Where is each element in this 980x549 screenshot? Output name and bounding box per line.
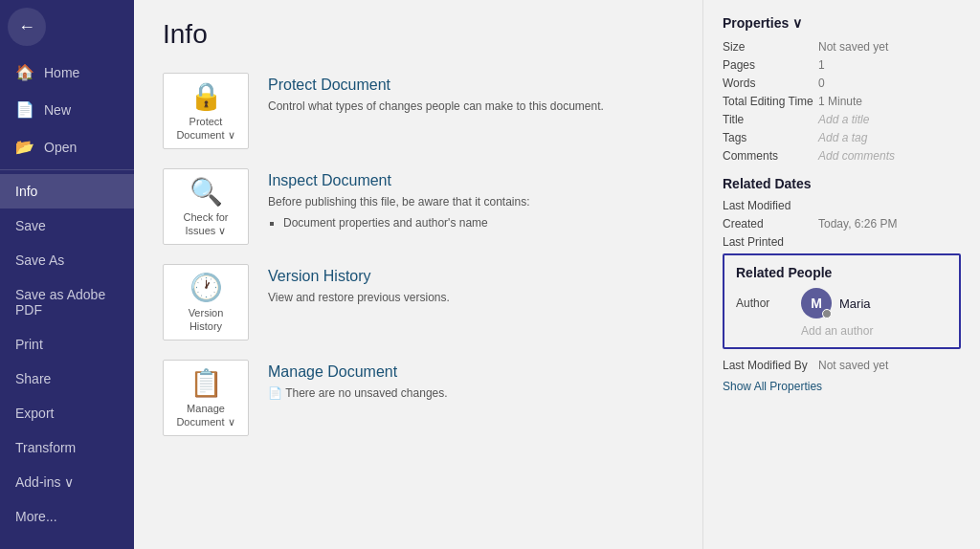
- prop-comments: Comments Add comments: [723, 149, 961, 163]
- open-icon: 📂: [15, 138, 34, 156]
- date-value-last-printed: [818, 235, 961, 249]
- sidebar-label-new: New: [44, 102, 71, 118]
- add-author-link[interactable]: Add an author: [801, 324, 947, 338]
- prop-value-tags[interactable]: Add a tag: [818, 131, 961, 144]
- center-panel: Info 🔒 ProtectDocument ∨ Protect Documen…: [134, 0, 702, 549]
- new-icon: 📄: [15, 100, 34, 119]
- author-name: Maria: [839, 296, 871, 311]
- inspect-card: 🔍 Check forIssues ∨ Inspect Document Bef…: [163, 168, 674, 245]
- protect-title: Protect Document: [268, 77, 674, 94]
- inspect-desc: Before publishing this file, be aware th…: [268, 193, 674, 231]
- main-content: Info 🔒 ProtectDocument ∨ Protect Documen…: [134, 0, 980, 549]
- sidebar-item-save-adobe[interactable]: Save as Adobe PDF: [0, 277, 134, 327]
- prop-value-editing-time: 1 Minute: [818, 95, 961, 108]
- prop-value-size: Not saved yet: [818, 40, 961, 54]
- sidebar-label-share: Share: [15, 371, 51, 386]
- manage-icon: 📋: [189, 367, 223, 399]
- last-modified-by-row: Last Modified By Not saved yet: [723, 359, 961, 372]
- sidebar-item-add-ins[interactable]: Add-ins ∨: [0, 465, 134, 499]
- inspect-bullet-1: Document properties and author's name: [283, 214, 674, 231]
- prop-label-comments: Comments: [723, 149, 818, 163]
- sidebar-label-save-as: Save As: [15, 253, 64, 268]
- sidebar-item-home[interactable]: 🏠 Home: [0, 54, 134, 91]
- prop-size: Size Not saved yet: [723, 40, 961, 54]
- last-modified-by-value: Not saved yet: [818, 359, 888, 372]
- sidebar-divider: [0, 169, 134, 170]
- author-row: Author M Maria: [736, 288, 947, 318]
- prop-label-title: Title: [723, 113, 818, 126]
- protect-icon-label: ProtectDocument ∨: [176, 116, 234, 141]
- prop-label-tags: Tags: [723, 131, 818, 144]
- prop-tags: Tags Add a tag: [723, 131, 961, 144]
- related-people-header: Related People: [736, 265, 947, 280]
- sidebar-item-open[interactable]: 📂 Open: [0, 128, 134, 165]
- sidebar-label-export: Export: [15, 406, 54, 421]
- sidebar-item-export[interactable]: Export: [0, 396, 134, 430]
- version-title: Version History: [268, 268, 674, 285]
- prop-value-title[interactable]: Add a title: [818, 113, 961, 126]
- prop-title: Title Add a title: [723, 113, 961, 126]
- last-modified-by-label: Last Modified By: [723, 359, 818, 372]
- inspect-content: Inspect Document Before publishing this …: [268, 168, 674, 231]
- properties-header: Properties ∨: [723, 15, 961, 31]
- version-icon-box[interactable]: 🕐 VersionHistory: [163, 264, 249, 340]
- prop-pages: Pages 1: [723, 58, 961, 72]
- sidebar-label-transform: Transform: [15, 440, 76, 455]
- protect-content: Protect Document Control what types of c…: [268, 73, 674, 115]
- show-all-properties-link[interactable]: Show All Properties: [723, 380, 822, 393]
- sidebar-label-save-adobe: Save as Adobe PDF: [15, 287, 119, 318]
- protect-icon: 🔒: [189, 80, 223, 112]
- sidebar-item-print[interactable]: Print: [0, 327, 134, 362]
- date-label-created: Created: [723, 217, 818, 231]
- version-content: Version History View and restore previou…: [268, 264, 674, 306]
- sidebar-item-save[interactable]: Save: [0, 209, 134, 243]
- date-value-created: Today, 6:26 PM: [818, 217, 961, 231]
- avatar-status: [822, 309, 832, 318]
- manage-card: 📋 ManageDocument ∨ Manage Document 📄 The…: [163, 360, 674, 436]
- sidebar-item-transform[interactable]: Transform: [0, 430, 134, 465]
- sidebar-label-print: Print: [15, 337, 43, 352]
- prop-value-pages: 1: [818, 58, 961, 72]
- sidebar-label-open: Open: [44, 140, 77, 155]
- inspect-icon: 🔍: [189, 176, 223, 208]
- manage-icon-box[interactable]: 📋 ManageDocument ∨: [163, 360, 249, 436]
- date-label-last-printed: Last Printed: [723, 235, 818, 249]
- version-card: 🕐 VersionHistory Version History View an…: [163, 264, 674, 340]
- date-last-printed: Last Printed: [723, 235, 961, 249]
- sidebar-item-save-as[interactable]: Save As: [0, 243, 134, 277]
- related-dates-header: Related Dates: [723, 176, 961, 191]
- back-button[interactable]: ←: [8, 8, 46, 46]
- sidebar-item-more[interactable]: More...: [0, 499, 134, 534]
- sidebar-item-info[interactable]: Info: [0, 174, 134, 209]
- inspect-icon-box[interactable]: 🔍 Check forIssues ∨: [163, 168, 249, 245]
- right-panel: Properties ∨ Size Not saved yet Pages 1 …: [702, 0, 980, 549]
- related-people-box: Related People Author M Maria Add an aut…: [723, 253, 961, 349]
- version-desc: View and restore previous versions.: [268, 289, 674, 306]
- date-last-modified: Last Modified: [723, 199, 961, 212]
- avatar: M: [801, 288, 832, 318]
- manage-content: Manage Document 📄 There are no unsaved c…: [268, 360, 674, 402]
- version-icon-label: VersionHistory: [189, 307, 224, 332]
- prop-editing-time: Total Editing Time 1 Minute: [723, 95, 961, 108]
- protect-card: 🔒 ProtectDocument ∨ Protect Document Con…: [163, 73, 674, 149]
- sidebar-label-home: Home: [44, 65, 79, 80]
- date-label-last-modified: Last Modified: [723, 199, 818, 212]
- protect-desc: Control what types of changes people can…: [268, 98, 674, 115]
- sidebar-label-save: Save: [15, 218, 46, 233]
- sidebar-label-more: More...: [15, 509, 57, 524]
- sidebar: ← 🏠 Home 📄 New 📂 Open Info Save Save As …: [0, 0, 134, 549]
- manage-title: Manage Document: [268, 363, 674, 381]
- prop-value-comments[interactable]: Add comments: [818, 149, 961, 163]
- page-title: Info: [163, 19, 674, 50]
- home-icon: 🏠: [15, 63, 34, 81]
- manage-icon-label: ManageDocument ∨: [176, 403, 234, 428]
- version-icon: 🕐: [189, 272, 223, 303]
- inspect-icon-label: Check forIssues ∨: [183, 211, 228, 236]
- date-created: Created Today, 6:26 PM: [723, 217, 961, 231]
- prop-words: Words 0: [723, 77, 961, 90]
- sidebar-item-new[interactable]: 📄 New: [0, 91, 134, 128]
- protect-icon-box[interactable]: 🔒 ProtectDocument ∨: [163, 73, 249, 149]
- prop-value-words: 0: [818, 77, 961, 90]
- sidebar-item-share[interactable]: Share: [0, 362, 134, 396]
- prop-label-size: Size: [723, 40, 818, 54]
